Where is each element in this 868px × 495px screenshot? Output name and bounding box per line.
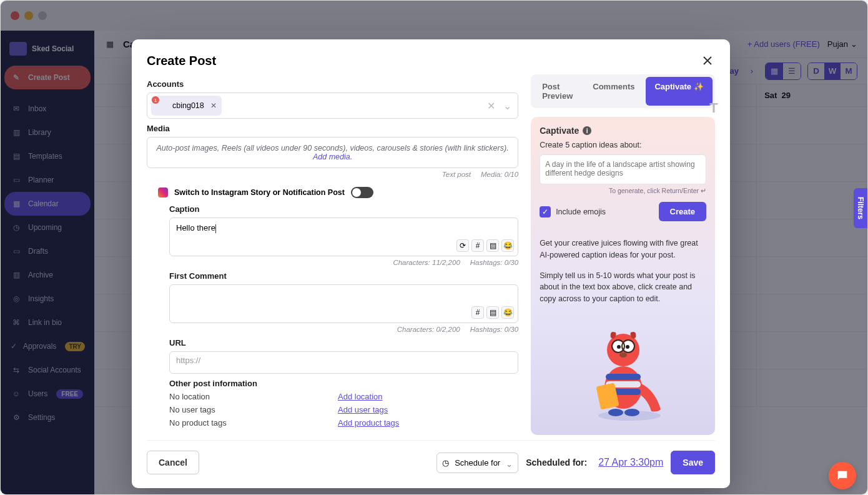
- captivate-prompt-input[interactable]: A day in the life of a landscape artist …: [540, 154, 706, 184]
- captivate-desc-1: Get your creative juices flowing with fi…: [540, 238, 706, 261]
- media-dropzone[interactable]: Auto-post images, Reels (all videos unde…: [147, 137, 518, 168]
- fc-tool-template[interactable]: ▤: [486, 306, 499, 319]
- story-toggle[interactable]: [351, 187, 373, 198]
- captivate-panel: Captivatei Create 5 caption ideas about:…: [531, 117, 715, 435]
- add-location-link[interactable]: Add location: [338, 392, 383, 401]
- first-comment-label: First Comment: [169, 271, 518, 281]
- caption-label: Caption: [169, 204, 518, 214]
- clear-accounts-button[interactable]: ✕: [487, 100, 495, 112]
- svg-point-11: [617, 345, 621, 349]
- no-location-text: No location: [169, 392, 338, 401]
- captivate-prompt-label: Create 5 caption ideas about:: [540, 141, 706, 149]
- add-user-tags-link[interactable]: Add user tags: [338, 405, 388, 414]
- no-product-tags-text: No product tags: [169, 418, 338, 428]
- include-emojis-label: Include emojis: [556, 208, 606, 216]
- right-panel-tabs: Post Preview Comments Captivate✨: [531, 74, 715, 108]
- fc-tag-count: Hashtags: 0/30: [470, 326, 518, 333]
- instagram-icon: [158, 188, 168, 198]
- add-media-link[interactable]: Add media.: [313, 152, 352, 161]
- captivate-heading: Captivate: [540, 126, 579, 136]
- story-toggle-label: Switch to Instagram Story or Notificatio…: [174, 188, 345, 197]
- svg-point-14: [608, 409, 623, 416]
- modal-title: Create Post: [147, 54, 700, 68]
- svg-point-12: [626, 345, 629, 349]
- caption-tool-emoji[interactable]: 😂: [501, 239, 514, 252]
- url-label: URL: [169, 338, 518, 348]
- captivate-create-button[interactable]: Create: [659, 202, 706, 221]
- no-user-tags-text: No user tags: [169, 405, 338, 414]
- tab-post-preview[interactable]: Post Preview: [533, 77, 581, 106]
- chat-support-button[interactable]: [829, 462, 856, 489]
- accounts-dropdown-icon[interactable]: ⌄: [503, 100, 511, 112]
- captivate-desc-2: Simply tell us in 5-10 words what your p…: [540, 270, 706, 305]
- clock-icon: ◷: [442, 458, 449, 468]
- fc-char-count: Characters: 0/2,200: [397, 326, 460, 333]
- create-post-modal: Create Post T Accounts 1 cbing018 ✕: [132, 39, 730, 488]
- info-icon[interactable]: i: [583, 126, 591, 135]
- media-help-text: Auto-post images, Reels (all videos unde…: [157, 144, 509, 152]
- account-name: cbing018: [172, 101, 204, 110]
- remove-account-button[interactable]: ✕: [208, 101, 217, 110]
- text-post-label: Text post: [442, 171, 471, 178]
- mascot-illustration: [573, 319, 673, 425]
- schedule-for-select[interactable]: ◷ Schedule for ⌄: [436, 452, 518, 473]
- fc-tool-hashtag[interactable]: #: [471, 306, 484, 319]
- tab-captivate[interactable]: Captivate✨: [646, 77, 713, 106]
- account-count-badge: 1: [152, 96, 159, 104]
- caption-tool-random[interactable]: ⟳: [456, 239, 469, 252]
- url-input[interactable]: https://: [169, 351, 518, 374]
- caption-tool-template[interactable]: ▤: [486, 239, 499, 252]
- text-style-icon[interactable]: T: [706, 101, 721, 116]
- media-count-label: Media: 0/10: [481, 171, 518, 178]
- other-info-label: Other post information: [169, 379, 518, 388]
- captivate-hint: To generate, click Return/Enter ↵: [540, 187, 706, 194]
- accounts-label: Accounts: [147, 79, 518, 89]
- account-chip[interactable]: 1 cbing018 ✕: [151, 96, 222, 116]
- close-modal-button[interactable]: [700, 53, 715, 68]
- caption-char-count: Characters: 11/2,200: [393, 259, 460, 266]
- accounts-select[interactable]: 1 cbing018 ✕ ✕ ⌄: [147, 92, 518, 119]
- tab-comments[interactable]: Comments: [584, 77, 643, 106]
- sparkle-icon: ✨: [694, 82, 704, 91]
- cancel-button[interactable]: Cancel: [147, 451, 199, 474]
- chevron-down-icon: ⌄: [506, 459, 513, 469]
- save-button[interactable]: Save: [671, 451, 715, 474]
- caption-tag-count: Hashtags: 0/30: [470, 259, 518, 266]
- caption-tool-hashtag[interactable]: #: [471, 239, 484, 252]
- scheduled-for-label: Scheduled for:: [526, 458, 587, 468]
- svg-point-13: [619, 352, 627, 358]
- filters-tab[interactable]: Filters: [854, 188, 867, 228]
- svg-rect-2: [606, 374, 641, 380]
- scheduled-date-link[interactable]: 27 Apr 3:30pm: [598, 457, 663, 468]
- svg-point-15: [624, 409, 639, 416]
- caption-input[interactable]: Hello there ⟳ # ▤ 😂: [169, 218, 518, 256]
- fc-tool-emoji[interactable]: 😂: [501, 306, 514, 319]
- media-label: Media: [147, 124, 518, 133]
- include-emojis-checkbox[interactable]: ✓: [540, 206, 551, 218]
- add-product-tags-link[interactable]: Add product tags: [338, 418, 399, 428]
- first-comment-input[interactable]: # ▤ 😂: [169, 284, 518, 323]
